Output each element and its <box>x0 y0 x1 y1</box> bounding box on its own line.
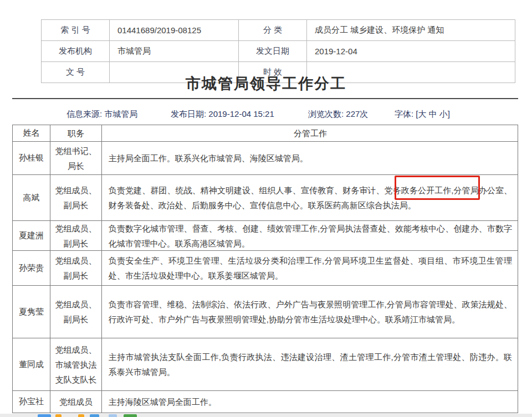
font-size-links[interactable]: [大 中 小] <box>416 109 450 119</box>
name-cell: 高斌 <box>13 175 50 221</box>
table-row: 高斌 党组成员、副局长 负责党建、群团、统战、精神文明建设、组织人事、宣传教育、… <box>13 175 518 221</box>
table-row: 孙宝社 党组成员 主持海陵区城管局全面工作。 <box>13 391 518 413</box>
table-row: 孙桂银 党组书记、局长 主持局全面工作。联系兴化市城管局、海陵区城管局。 <box>13 142 518 175</box>
meta-row: 发布机构 市城管局 发文日期 2019-12-04 <box>42 41 515 62</box>
position-cell: 党组成员、副局长 <box>50 221 102 251</box>
duties-cell: 主持局全面工作。联系兴化市城管局、海陵区城管局。 <box>102 142 518 175</box>
duties-highlighted-text: 党务政务公开工作, <box>385 186 454 195</box>
duties-text: 负责市容管理、维稳、法制综治、依法行政、户外广告与夜景照明管理工作,分管局市容管… <box>109 297 512 327</box>
share-icon-green[interactable] <box>124 414 137 417</box>
share-icon-blue-2[interactable] <box>90 414 99 417</box>
meta-label-agency: 发布机构 <box>42 41 110 62</box>
share-bar <box>0 414 532 417</box>
meta-value-category: 成员分工 城乡建设、环境保护 通知 <box>307 20 515 41</box>
meta-label-category: 分 类 <box>239 20 307 41</box>
share-icon-lightblue[interactable] <box>109 414 117 417</box>
duties-cell: 负责数字化城市管理、督查、考核、创建、绩效管理工作,分管局执法督查处、效能考核中… <box>102 221 518 251</box>
info-source: 信息来源: 市城管局 <box>66 109 137 120</box>
info-view-count: 浏览次数: 227次 <box>308 109 368 120</box>
title-divider <box>12 98 518 99</box>
duties-cell: 主持市城管执法支队全面工作,负责行政执法、违法建设治理、渣土管理工作,分管市渣土… <box>102 338 518 391</box>
name-cell: 夏隽莹 <box>13 286 50 338</box>
table-row: 孙荣贵 党组成员、副局长 负责安全生产、环境卫生管理、生活垃圾分类和治理工作,分… <box>13 251 518 286</box>
duties-cell: 负责安全生产、环境卫生管理、生活垃圾分类和治理工作,分管局环境卫生监督处、项目组… <box>102 251 518 286</box>
table-row: 董同成 党组成员、市城管执法支队支队长 主持市城管执法支队全面工作,负责行政执法… <box>13 338 518 391</box>
duties-cell: 负责市容管理、维稳、法制综治、依法行政、户外广告与夜景照明管理工作,分管局市容管… <box>102 286 518 338</box>
duties-cell: 负责党建、群团、统战、精神文明建设、组织人事、宣传教育、财务审计、党务政务公开工… <box>102 175 518 221</box>
duties-cell: 主持海陵区城管局全面工作。 <box>102 391 518 413</box>
name-cell: 孙桂银 <box>13 142 50 175</box>
name-cell: 夏建洲 <box>13 221 50 251</box>
name-cell: 孙荣贵 <box>13 251 50 286</box>
meta-label-index: 索 引 号 <box>42 20 110 41</box>
position-cell: 党组书记、局长 <box>50 142 102 175</box>
position-cell: 党组成员、副局长 <box>50 286 102 338</box>
share-icon-blue-1[interactable] <box>38 414 51 417</box>
position-cell: 党组成员、副局长 <box>50 175 102 221</box>
duties-text: 主持局全面工作。联系兴化市城管局、海陵区城管局。 <box>109 151 308 166</box>
duties-text: 负责数字化城市管理、督查、考核、创建、绩效管理工作,分管局执法督查处、效能考核中… <box>109 221 512 251</box>
duties-text: 主持海陵区城管局全面工作。 <box>109 394 217 409</box>
share-icon-orange-2[interactable] <box>78 414 84 417</box>
meta-value-agency: 市城管局 <box>110 41 239 62</box>
table-row: 夏建洲 党组成员、副局长 负责数字化城市管理、督查、考核、创建、绩效管理工作,分… <box>13 221 518 251</box>
name-cell: 孙宝社 <box>13 391 50 413</box>
meta-label-issue-date: 发文日期 <box>239 41 307 62</box>
name-cell: 董同成 <box>13 338 50 391</box>
meta-value-index: 01441689/2019-08125 <box>110 20 239 41</box>
page-title: 市城管局领导工作分工 <box>0 74 532 94</box>
share-icon-orange-1[interactable] <box>55 414 62 417</box>
header-position: 职务 <box>50 125 102 142</box>
meta-row: 索 引 号 01441689/2019-08125 分 类 成员分工 城乡建设、… <box>42 20 515 41</box>
position-cell: 党组成员、副局长 <box>50 251 102 286</box>
header-name: 姓名 <box>13 125 50 142</box>
duties-text: 主持市城管执法支队全面工作,负责行政执法、违法建设治理、渣土管理工作,分管市渣土… <box>109 349 512 379</box>
duties-text: 负责党建、群团、统战、精神文明建设、组织人事、宣传教育、财务审计、 <box>109 186 385 195</box>
position-cell: 党组成员、市城管执法支队支队长 <box>50 338 102 391</box>
info-publish-date: 发布日期: 2019-12-04 15:21 <box>171 109 274 120</box>
duties-text: 负责安全生产、环境卫生管理、生活垃圾分类和治理工作,分管局环境卫生监督处、项目组… <box>109 253 512 283</box>
header-duties: 分管工作 <box>102 125 518 142</box>
info-font-control: 字体: [大 中 小] <box>395 109 450 120</box>
table-header-row: 姓名 职务 分管工作 <box>13 125 518 142</box>
table-row: 夏隽莹 党组成员、副局长 负责市容管理、维稳、法制综治、依法行政、户外广告与夜景… <box>13 286 518 338</box>
font-size-label: 字体: <box>395 109 413 119</box>
info-bar: 信息来源: 市城管局 发布日期: 2019-12-04 15:21 浏览次数: … <box>0 109 532 121</box>
work-division-table: 姓名 职务 分管工作 孙桂银 党组书记、局长 主持局全面工作。联系兴化市城管局、… <box>12 125 518 413</box>
meta-value-issue-date: 2019-12-04 <box>307 41 515 62</box>
position-cell: 党组成员 <box>50 391 102 413</box>
